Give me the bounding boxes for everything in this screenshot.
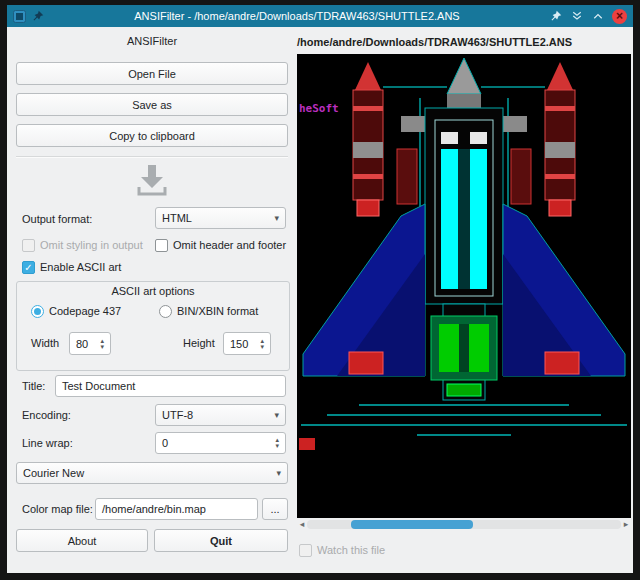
- bin-xbin-label: BIN/XBIN format: [177, 305, 258, 317]
- file-path-label: /home/andre/Downloads/TDRAW463/SHUTTLE2.…: [297, 36, 572, 48]
- close-button[interactable]: [612, 9, 627, 24]
- chevron-down-icon: [274, 213, 279, 223]
- app-title-label: ANSIFilter: [16, 35, 288, 47]
- horizontal-scrollbar[interactable]: [297, 519, 631, 530]
- height-value: 150: [230, 338, 248, 350]
- width-spinner[interactable]: 80: [69, 332, 111, 355]
- encoding-dropdown[interactable]: UTF-8: [155, 404, 286, 426]
- encoding-label: Encoding:: [22, 409, 71, 421]
- checkbox-box[interactable]: [155, 239, 168, 252]
- radio-unselected[interactable]: [159, 305, 172, 318]
- line-wrap-spinner[interactable]: 0: [155, 432, 286, 454]
- omit-header-label: Omit header and footer: [173, 239, 286, 251]
- spinner-arrows-icon[interactable]: [260, 338, 264, 350]
- browse-button[interactable]: ...: [262, 498, 288, 520]
- chevron-down-icon: [276, 468, 281, 478]
- open-file-button[interactable]: Open File: [16, 62, 288, 85]
- codepage-437-label: Codepage 437: [49, 305, 121, 317]
- spinner-arrows-icon[interactable]: [100, 338, 104, 350]
- chevron-down-icon: [274, 410, 279, 420]
- width-value: 80: [76, 338, 88, 350]
- shade-icon[interactable]: [570, 9, 584, 23]
- watch-file-checkbox: Watch this file: [299, 543, 385, 557]
- watch-file-label: Watch this file: [317, 544, 385, 556]
- about-button[interactable]: About: [16, 529, 148, 552]
- output-format-value: HTML: [162, 212, 192, 224]
- app-window: ANSIFilter - /home/andre/Downloads/TDRAW…: [7, 5, 633, 573]
- radio-selected[interactable]: [31, 305, 44, 318]
- line-wrap-value: 0: [162, 437, 168, 449]
- titlebar-right-icons: [549, 9, 633, 24]
- app-icon: [12, 9, 26, 23]
- color-map-label: Color map file:: [22, 503, 93, 515]
- ansi-art: heSoft: [297, 54, 631, 518]
- checkbox-box-checked[interactable]: [22, 261, 35, 274]
- codepage-437-radio[interactable]: Codepage 437: [31, 304, 121, 318]
- window-title: ANSIFilter - /home/andre/Downloads/TDRAW…: [45, 10, 549, 22]
- height-label: Height: [183, 337, 215, 349]
- title-input[interactable]: Test Document: [55, 375, 286, 397]
- enable-ascii-art-checkbox[interactable]: Enable ASCII art: [22, 260, 121, 274]
- line-wrap-label: Line wrap:: [22, 437, 73, 449]
- svg-text:heSoft: heSoft: [299, 102, 339, 115]
- pin-left-icon[interactable]: [31, 9, 45, 23]
- copy-to-clipboard-button[interactable]: Copy to clipboard: [16, 124, 288, 147]
- checkbox-box: [299, 544, 312, 557]
- height-spinner[interactable]: 150: [223, 332, 271, 355]
- font-value: Courier New: [23, 467, 84, 479]
- ansi-art-viewer[interactable]: heSoft: [297, 54, 631, 518]
- maximize-icon[interactable]: [591, 9, 605, 23]
- omit-header-checkbox[interactable]: Omit header and footer: [155, 238, 286, 252]
- output-format-label: Output format:: [22, 213, 92, 225]
- omit-styling-label: Omit styling in output: [40, 239, 143, 251]
- titlebar[interactable]: ANSIFilter - /home/andre/Downloads/TDRAW…: [7, 5, 633, 27]
- title-label: Title:: [22, 380, 45, 392]
- scrollbar-thumb[interactable]: [351, 520, 473, 529]
- omit-styling-checkbox: Omit styling in output: [22, 238, 143, 252]
- window-frame: ANSIFilter - /home/andre/Downloads/TDRAW…: [0, 0, 640, 580]
- width-label: Width: [31, 337, 59, 349]
- quit-button[interactable]: Quit: [154, 529, 288, 552]
- scroll-right-icon[interactable]: [621, 519, 631, 530]
- divider: [16, 156, 288, 158]
- scroll-left-icon[interactable]: [297, 519, 307, 530]
- ascii-art-options-title: ASCII art options: [17, 285, 289, 297]
- window-content: ANSIFilter Open File Save as Copy to cli…: [7, 27, 633, 573]
- output-format-dropdown[interactable]: HTML: [155, 207, 286, 229]
- scrollbar-track[interactable]: [307, 520, 621, 529]
- font-dropdown[interactable]: Courier New: [16, 462, 288, 484]
- pin-icon[interactable]: [549, 9, 563, 23]
- spinner-arrows-icon[interactable]: [275, 437, 279, 449]
- download-icon: [134, 162, 170, 202]
- ascii-art-options-group: ASCII art options Codepage 437 BIN/XBIN …: [16, 281, 290, 371]
- save-as-button[interactable]: Save as: [16, 93, 288, 116]
- checkbox-box: [22, 239, 35, 252]
- titlebar-left-icons: [7, 9, 45, 23]
- bin-xbin-radio[interactable]: BIN/XBIN format: [159, 304, 258, 318]
- color-map-input[interactable]: /home/andre/bin.map: [95, 498, 258, 520]
- encoding-value: UTF-8: [162, 409, 193, 421]
- enable-ascii-art-label: Enable ASCII art: [40, 261, 121, 273]
